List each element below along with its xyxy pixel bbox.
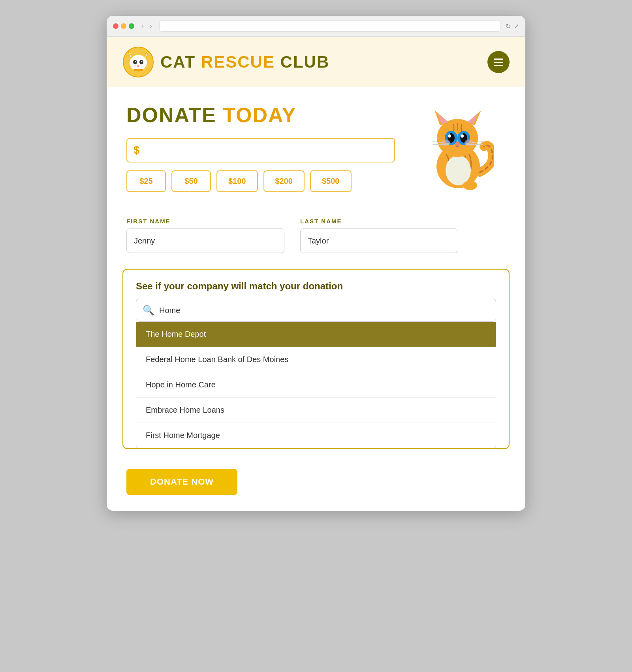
dropdown-item-3[interactable]: Embrace Home Loans [136,398,496,423]
maximize-dot[interactable] [129,23,134,29]
first-name-group: FIRST NAME [126,218,284,253]
first-name-label: FIRST NAME [126,218,284,225]
today-word: TODAY [223,104,296,126]
submit-button[interactable]: DONATE NOW [126,469,237,495]
svg-point-1 [130,55,147,71]
amount-200-button[interactable]: $200 [263,170,305,192]
divider [126,205,395,205]
company-dropdown: The Home Depot Federal Home Loan Bank of… [136,322,496,448]
menu-line-1 [494,59,503,60]
menu-line-2 [494,62,503,63]
dropdown-item-4[interactable]: First Home Mortgage [136,423,496,448]
menu-line-3 [494,65,503,66]
amount-500-button[interactable]: $500 [310,170,352,192]
dropdown-item-1[interactable]: Federal Home Loan Bank of Des Moines [136,347,496,372]
amount-50-button[interactable]: $50 [171,170,211,192]
forward-button[interactable]: › [147,22,154,30]
svg-point-33 [455,142,460,145]
main-content: DONATE TODAY $ $25 $50 $100 $200 $500 [107,87,525,449]
browser-dots [113,23,134,29]
dropdown-item-0[interactable]: The Home Depot [136,322,496,347]
last-name-label: LAST NAME [300,218,458,225]
donate-word: DONATE [126,104,216,126]
search-icon: 🔍 [143,305,154,316]
amount-100-button[interactable]: $100 [216,170,258,192]
back-button[interactable]: ‹ [139,22,146,30]
name-section: FIRST NAME LAST NAME [126,218,506,253]
browser-window: ‹ › ↻ ⤢ [107,16,525,511]
title-club: CLUB [280,53,330,71]
svg-point-9 [141,61,143,62]
svg-point-29 [448,134,451,138]
site-title: CAT RESCUE CLUB [160,53,329,72]
last-name-group: LAST NAME [300,218,458,253]
minimize-dot[interactable] [121,23,126,29]
search-box: 🔍 [136,299,496,322]
cat-illustration [423,103,494,182]
svg-rect-15 [134,69,143,71]
amount-25-button[interactable]: $25 [126,170,166,192]
browser-chrome: ‹ › ↻ ⤢ [107,16,525,37]
expand-button[interactable]: ⤢ [514,23,519,30]
svg-point-18 [463,181,477,190]
donate-section: DONATE TODAY $ $25 $50 $100 $200 $500 [126,103,506,449]
matching-title: See if your company will match your dona… [136,281,496,292]
logo-area: CAT RESCUE CLUB [122,46,329,78]
browser-actions: ↻ ⤢ [506,23,519,30]
refresh-button[interactable]: ↻ [506,23,511,30]
svg-line-35 [433,144,449,145]
title-rescue: RESCUE [201,53,275,71]
close-dot[interactable] [113,23,118,29]
url-bar[interactable] [159,21,501,32]
last-name-input[interactable] [300,228,458,253]
svg-line-37 [466,144,483,145]
matching-section: See if your company will match your dona… [122,269,510,449]
logo-icon [122,46,154,78]
dropdown-item-2[interactable]: Hope in Home Care [136,372,496,398]
svg-point-17 [446,155,471,185]
site-header: CAT RESCUE CLUB [107,37,525,87]
svg-point-8 [135,61,136,62]
svg-point-30 [461,134,464,138]
title-cat: CAT [160,53,196,71]
browser-nav: ‹ › [139,22,154,30]
company-search-input[interactable] [159,306,489,315]
menu-button[interactable] [487,51,510,73]
amount-input-row: $ [126,138,395,162]
dollar-sign: $ [134,144,140,157]
amount-input[interactable] [145,145,388,155]
first-name-input[interactable] [126,228,284,253]
submit-area: DONATE NOW [107,461,525,511]
